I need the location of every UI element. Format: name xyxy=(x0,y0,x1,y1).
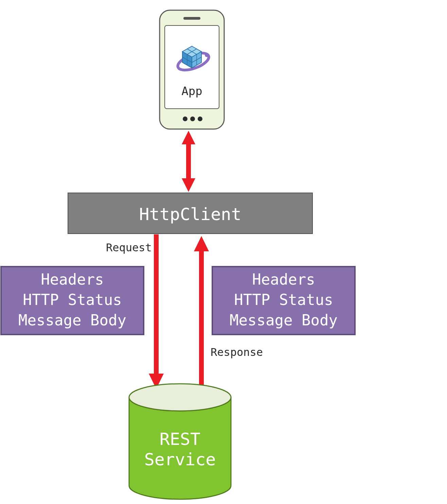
svg-rect-2 xyxy=(183,17,200,20)
httpclient-box: HttpClient xyxy=(68,193,312,234)
svg-point-3 xyxy=(183,116,187,121)
response-body-text: Message Body xyxy=(230,311,338,329)
rest-label-line2: Service xyxy=(144,450,216,469)
httpclient-label: HttpClient xyxy=(139,204,241,224)
svg-point-5 xyxy=(198,116,202,121)
architecture-diagram: App HttpClient Request Response Headers … xyxy=(0,0,447,504)
svg-point-27 xyxy=(129,384,231,411)
request-headers-text: Headers xyxy=(41,271,104,288)
response-headers-text: Headers xyxy=(252,271,315,288)
request-label: Request xyxy=(106,241,152,254)
svg-point-7 xyxy=(205,53,209,57)
svg-marker-24 xyxy=(194,236,209,251)
svg-marker-19 xyxy=(182,178,195,192)
response-message-box: Headers HTTP Status Message Body xyxy=(212,267,355,335)
response-status-text: HTTP Status xyxy=(234,291,333,308)
phone-device: App xyxy=(160,10,224,129)
arrow-app-httpclient xyxy=(182,131,195,192)
request-message-box: Headers HTTP Status Message Body xyxy=(1,267,144,335)
arrow-request xyxy=(149,234,164,389)
request-status-text: HTTP Status xyxy=(23,291,122,308)
request-body-text: Message Body xyxy=(18,311,126,329)
response-label: Response xyxy=(211,346,263,359)
rest-label-line1: REST xyxy=(160,429,200,449)
svg-marker-18 xyxy=(182,131,195,144)
arrow-response xyxy=(194,236,209,391)
rest-service-cylinder: REST Service xyxy=(129,384,231,499)
app-label: App xyxy=(181,84,202,98)
svg-point-4 xyxy=(190,116,195,121)
